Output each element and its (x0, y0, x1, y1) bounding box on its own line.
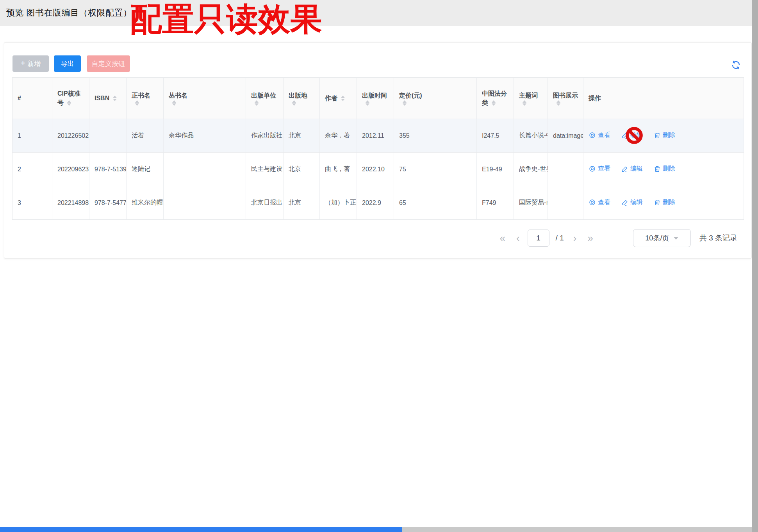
delete-button[interactable]: 删除 (654, 198, 675, 206)
cell-subject: 国际贸易-商 (514, 186, 548, 220)
cell-cip: 202214898 (52, 186, 89, 220)
view-button[interactable]: 查看 (589, 198, 610, 206)
chevron-down-icon (674, 237, 678, 240)
cell-idx: 2 (12, 153, 52, 186)
page-title: 预览 图书在版编目（权限配置） (0, 7, 132, 19)
pagination-prev-button[interactable]: ‹ (516, 233, 520, 243)
pencil-icon (621, 132, 628, 139)
col-header-price[interactable]: 定价(元) (394, 78, 477, 119)
sort-caret[interactable] (172, 100, 176, 106)
cell-idx: 3 (12, 186, 52, 220)
sort-caret[interactable] (341, 96, 345, 101)
col-header-idx: # (12, 78, 52, 119)
cell-publisher: 民主与建设 (246, 153, 284, 186)
page-header: 预览 图书在版编目（权限配置） (0, 0, 752, 26)
sort-caret[interactable] (292, 100, 296, 106)
sort-caret[interactable] (113, 96, 117, 101)
col-header-publisher[interactable]: 出版单位 (246, 78, 284, 119)
page-size-select[interactable]: 10条/页 (633, 229, 691, 247)
view-label: 查看 (598, 131, 610, 139)
edit-button[interactable]: 编辑 (621, 165, 643, 173)
toolbar: + 新增 导出 自定义按钮 (4, 43, 751, 77)
cell-subject: 战争史-世界 (514, 153, 548, 186)
trash-icon (654, 132, 661, 139)
col-header-book_title[interactable]: 正书名 (127, 78, 164, 119)
pencil-icon (621, 199, 628, 206)
pagination-first-button[interactable]: « (499, 233, 505, 243)
cell-isbn (89, 119, 127, 153)
cell-image (548, 153, 583, 186)
cell-publisher: 北京日报出 (246, 186, 284, 220)
table-row: 1201226502活着余华作品作家出版社北京余华，著2012.11355I24… (12, 119, 744, 153)
custom-button[interactable]: 自定义按钮 (87, 55, 130, 72)
col-header-isbn[interactable]: ISBN (89, 78, 127, 119)
add-button[interactable]: + 新增 (12, 55, 49, 72)
col-header-clc[interactable]: 中图法分类 (477, 78, 514, 119)
progress-bar (0, 527, 402, 532)
window-scrollbar[interactable] (752, 0, 758, 532)
cell-pubdate: 2022.10 (357, 153, 394, 186)
pencil-icon (621, 165, 628, 173)
content-card: + 新增 导出 自定义按钮 #CIP核准号ISBN正书名丛书名出版单位出版地作者… (4, 42, 752, 259)
cell-actions: 查看编辑删除 (583, 186, 744, 220)
cell-author: 余华，著 (320, 119, 357, 153)
cell-series: 余华作品 (164, 119, 246, 153)
cell-isbn: 978-7-5139 (89, 153, 127, 186)
col-header-subject[interactable]: 主题词 (514, 78, 548, 119)
pagination-current-page[interactable]: 1 (528, 230, 549, 247)
sort-caret[interactable] (523, 100, 526, 106)
delete-button[interactable]: 删除 (654, 165, 675, 173)
cell-pubdate: 2012.11 (357, 119, 394, 153)
col-header-actions: 操作 (583, 78, 744, 119)
edit-label: 编辑 (630, 198, 643, 206)
sort-caret[interactable] (67, 100, 71, 106)
edit-button[interactable]: 编辑 (621, 198, 643, 206)
sort-caret[interactable] (366, 100, 369, 106)
cell-series (164, 153, 246, 186)
delete-label: 删除 (663, 165, 675, 173)
pagination: « ‹ 1 / 1 › » 10条/页 共 3 条记录 (4, 218, 751, 258)
col-header-place[interactable]: 出版地 (284, 78, 320, 119)
cell-author: （加）卜正 (320, 186, 357, 220)
export-button[interactable]: 导出 (54, 55, 81, 72)
cell-place: 北京 (284, 186, 320, 220)
pagination-next-button[interactable]: › (573, 233, 577, 243)
pagination-last-button[interactable]: » (587, 233, 593, 243)
plus-icon: + (21, 59, 25, 67)
pagination-total-pages: / 1 (556, 234, 564, 242)
edit-button[interactable]: 编辑 (621, 131, 643, 139)
sort-caret[interactable] (403, 100, 407, 106)
table-row: 3202214898978-7-5477维米尔的帽北京日报出北京（加）卜正202… (12, 186, 744, 220)
trash-icon (654, 199, 661, 206)
sort-caret[interactable] (255, 100, 259, 106)
sort-caret[interactable] (492, 100, 496, 106)
view-button[interactable]: 查看 (589, 165, 610, 173)
col-header-cip[interactable]: CIP核准号 (52, 78, 89, 119)
cell-isbn: 978-7-5477 (89, 186, 127, 220)
delete-button[interactable]: 删除 (654, 131, 675, 139)
sort-caret[interactable] (135, 100, 139, 106)
col-header-series[interactable]: 丛书名 (164, 78, 246, 119)
col-header-image[interactable]: 图书展示 (548, 78, 583, 119)
cell-subject: 长篇小说-中 (514, 119, 548, 153)
eye-icon (589, 165, 596, 173)
cell-publisher: 作家出版社 (246, 119, 284, 153)
edit-label: 编辑 (630, 131, 643, 139)
refresh-icon[interactable] (731, 60, 741, 70)
cell-actions: 查看编辑删除 (583, 153, 744, 186)
cell-image (548, 186, 583, 220)
col-header-pubdate[interactable]: 出版时间 (357, 78, 394, 119)
books-table: #CIP核准号ISBN正书名丛书名出版单位出版地作者出版时间定价(元)中图法分类… (12, 77, 744, 220)
cell-clc: I247.5 (477, 119, 514, 153)
cell-price: 75 (394, 153, 477, 186)
page-size-value: 10条/页 (645, 233, 669, 243)
col-header-author[interactable]: 作者 (320, 78, 357, 119)
view-button[interactable]: 查看 (589, 131, 610, 139)
sort-caret[interactable] (556, 100, 560, 106)
add-label: 新增 (27, 59, 41, 68)
cell-author: 曲飞，著 (320, 153, 357, 186)
table-row: 2202209623978-7-5139逐陆记民主与建设北京曲飞，著2022.1… (12, 153, 744, 186)
cell-price: 355 (394, 119, 477, 153)
cell-place: 北京 (284, 119, 320, 153)
cell-book_title: 活着 (127, 119, 164, 153)
